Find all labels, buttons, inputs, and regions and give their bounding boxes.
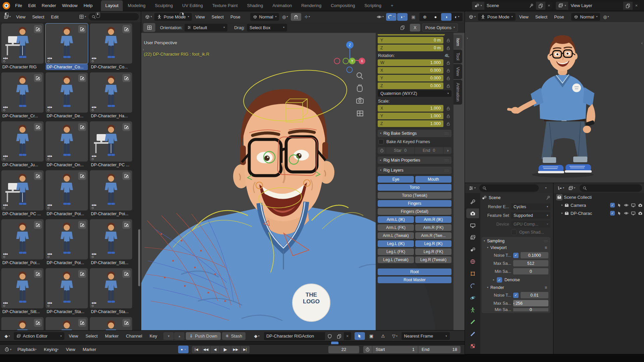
- frame-start-field[interactable]: Start1: [372, 346, 418, 353]
- viewport-menu-select[interactable]: Select: [532, 13, 550, 20]
- asset-thumbnail[interactable]: ◆▮◆◇: [1, 72, 44, 113]
- rig-layer-button[interactable]: Arm.L (IK): [378, 216, 414, 223]
- asset-thumbnail[interactable]: ◆▮◆◇: [46, 219, 88, 259]
- asset-card[interactable]: ◆▮◆◇: [46, 317, 88, 330]
- editor-type-button[interactable]: ◆▾: [2, 332, 12, 340]
- rig-layer-button[interactable]: Torso: [378, 184, 451, 191]
- viewport-menu-view[interactable]: View: [516, 13, 532, 20]
- transform-field[interactable]: Z1.000: [378, 120, 443, 127]
- asset-scrollbar[interactable]: [138, 229, 140, 286]
- lock-button[interactable]: [445, 76, 451, 80]
- orientation-selector[interactable]: Normal▾: [250, 13, 279, 21]
- transform-field[interactable]: X1.000: [378, 105, 443, 112]
- transform-field[interactable]: Z0 m: [378, 45, 443, 51]
- asset-thumbnail[interactable]: ◆▮◆◇: [46, 317, 88, 330]
- stash-button[interactable]: ✳Stash: [222, 332, 246, 340]
- sidebar-tab-tool[interactable]: Tool: [453, 50, 462, 63]
- rig-layer-button[interactable]: Leg.R (Tweak): [415, 256, 451, 263]
- lock-button[interactable]: [445, 84, 451, 88]
- asset-thumbnail[interactable]: ◆▮◆◇: [1, 121, 44, 162]
- outliner-row-collection[interactable]: Scene Collecti: [553, 193, 644, 201]
- viewport-menu-pose[interactable]: Pose: [227, 13, 244, 20]
- property-value-field[interactable]: 512: [513, 260, 548, 266]
- property-value-field[interactable]: 0: [513, 308, 548, 311]
- view-layer-copy-button[interactable]: [623, 2, 633, 10]
- show-gizmos-toggle[interactable]: ▾: [386, 13, 396, 21]
- asset-edit-button[interactable]: [78, 270, 86, 278]
- properties-tab-tool-settings[interactable]: [466, 196, 479, 206]
- workspace-tab-texture-paint[interactable]: Texture Paint: [208, 0, 242, 11]
- editor-type-button[interactable]: ▾: [467, 13, 477, 21]
- asset-edit-button[interactable]: [122, 221, 130, 229]
- asset-edit-button[interactable]: [122, 25, 130, 33]
- sampling-panel-header[interactable]: ▾Sampling::::: [484, 239, 548, 243]
- properties-tab-scene[interactable]: [466, 245, 479, 254]
- lock-button[interactable]: [445, 61, 451, 65]
- transform-field[interactable]: Z0.000: [378, 82, 443, 89]
- bake-clock-button[interactable]: [378, 147, 386, 154]
- workspace-tab-compositing[interactable]: Compositing: [326, 0, 359, 11]
- menu-help[interactable]: Help: [80, 2, 96, 9]
- scene-name-field[interactable]: Scene: [484, 2, 536, 10]
- workspace-tab-sculpting[interactable]: Sculpting: [151, 0, 177, 11]
- asset-card[interactable]: ◆▮◆◇DP-Character_Poi...: [46, 219, 88, 266]
- next-keyframe-button[interactable]: ▶▶: [231, 346, 240, 353]
- asset-edit-button[interactable]: [122, 270, 130, 278]
- workspace-tab-scripting[interactable]: Scripting: [360, 0, 386, 11]
- properties-search-input[interactable]: [479, 184, 539, 192]
- asset-card[interactable]: ◆▮◆◇DP-Character_Ha...: [90, 72, 132, 119]
- properties-filter-button[interactable]: ▾: [541, 184, 551, 192]
- properties-tab-view-layer[interactable]: [466, 233, 479, 242]
- lock-button[interactable]: [445, 122, 451, 126]
- asset-thumbnail[interactable]: ◆▮◆◇: [90, 268, 132, 308]
- properties-tab-render[interactable]: [466, 208, 479, 218]
- selection-sync-toggle[interactable]: [355, 332, 365, 340]
- render-subpanel-header[interactable]: ▾Render≡: [487, 285, 548, 290]
- properties-tab-bone[interactable]: [466, 317, 479, 327]
- timeline-menu-playback[interactable]: Playback▾: [14, 346, 40, 353]
- dope-mode-selector[interactable]: Action Editor▾: [14, 332, 64, 340]
- viewport-menu-view[interactable]: View: [193, 13, 208, 20]
- display-settings-button[interactable]: ▾: [77, 13, 88, 21]
- asset-thumbnail[interactable]: ◆▮◆◇: [90, 317, 132, 330]
- asset-thumbnail[interactable]: ◆▮◆◇: [46, 121, 88, 162]
- dope-sheet-strip[interactable]: [0, 342, 465, 345]
- add-workspace-button[interactable]: +: [386, 0, 398, 11]
- scene-unlink-button[interactable]: ×: [545, 2, 553, 10]
- sidebar-expand-icon[interactable]: ›: [467, 36, 468, 41]
- asset-edit-button[interactable]: [78, 74, 86, 82]
- properties-tab-texture[interactable]: [466, 341, 479, 351]
- outliner-row[interactable]: ▸Camera✓: [553, 201, 644, 209]
- asset-edit-button[interactable]: [34, 25, 42, 33]
- sidebar-tab-item[interactable]: Item: [453, 35, 462, 49]
- asset-edit-button[interactable]: [34, 221, 42, 229]
- rig-layer-button[interactable]: Eye: [378, 176, 414, 183]
- asset-thumbnail[interactable]: ◆▮◆◇: [90, 23, 132, 64]
- playhead[interactable]: [331, 342, 338, 345]
- bake-decorator-button[interactable]: ◑: [443, 147, 451, 154]
- menu-file[interactable]: File: [12, 2, 25, 9]
- asset-edit-button[interactable]: [34, 319, 42, 327]
- rig-layer-button[interactable]: Arm.R (FK): [415, 224, 451, 231]
- mirror-icon-button[interactable]: [397, 24, 408, 32]
- orientation-selector[interactable]: Normal▾: [571, 13, 600, 21]
- snap-settings[interactable]: ⊹▾: [302, 13, 312, 21]
- rig-layer-button[interactable]: Leg.R (FK): [415, 248, 451, 255]
- mode-selector[interactable]: Pose Mode▾: [478, 13, 516, 21]
- rig-layer-button[interactable]: Leg.L (IK): [378, 240, 414, 247]
- transform-field[interactable]: Y0.000: [378, 75, 443, 81]
- view-layer-name-field[interactable]: View Layer: [568, 2, 623, 10]
- rig-layer-button[interactable]: Arm.L (Tweak): [378, 232, 414, 239]
- pivot-selector[interactable]: ◎▾: [280, 13, 290, 21]
- workspace-tab-shading[interactable]: Shading: [243, 0, 268, 11]
- asset-thumbnail[interactable]: ◆▮◆◇: [1, 268, 44, 308]
- asset-thumbnail[interactable]: ◆▮◆◇: [46, 23, 88, 64]
- dope-menu-select[interactable]: Select: [83, 333, 101, 340]
- view-layer-datablock-icon-button[interactable]: ▾: [556, 2, 568, 10]
- asset-edit-button[interactable]: [78, 25, 86, 33]
- asset-card[interactable]: ◆▮◆◇: [1, 317, 44, 330]
- asset-thumbnail[interactable]: ◆▮◆◇: [46, 268, 88, 308]
- properties-tab-bone-constraint[interactable]: [466, 329, 479, 339]
- mode-selector[interactable]: Pose Mode▾: [154, 13, 192, 21]
- properties-tab-output[interactable]: [466, 221, 479, 230]
